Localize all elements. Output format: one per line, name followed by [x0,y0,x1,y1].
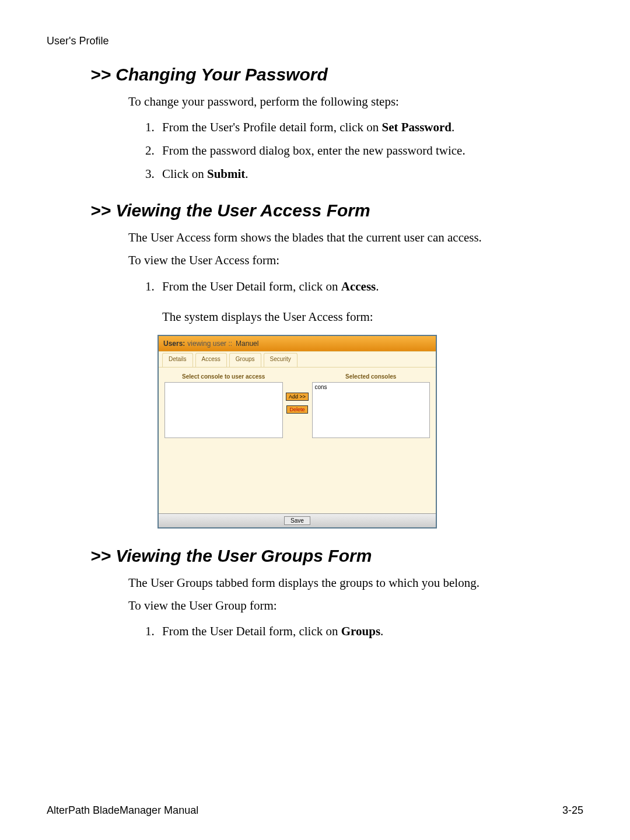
pw-step-1: From the User's Profile detail form, cli… [158,116,583,139]
tab-security[interactable]: Security [264,353,298,367]
tab-access[interactable]: Access [195,353,227,367]
save-button[interactable]: Save [284,516,310,525]
titlebar-main: Users: [163,340,185,348]
dual-list-labels: Select console to user access Selected c… [164,373,430,380]
tab-details[interactable]: Details [162,353,193,367]
titlebar-user: Manuel [236,340,258,348]
pw-step-3: Click on Submit. [158,163,583,186]
access-step-result: The system displays the User Access form… [162,306,583,329]
delete-button[interactable]: Delete [286,405,307,414]
access-step-1: From the User Detail form, click on Acce… [158,275,583,329]
label-selected: Selected consoles [312,373,430,380]
tab-content: Select console to user access Selected c… [159,367,436,513]
selected-consoles-list[interactable]: cons [312,382,430,438]
add-button[interactable]: Add >> [286,393,309,401]
window-titlebar: Users: viewing user :: Manuel [159,336,436,351]
footer-page-number: 3-25 [562,804,583,817]
titlebar-sub: viewing user :: [187,340,232,348]
heading-changing-password: >> Changing Your Password [90,65,583,85]
available-consoles-list[interactable] [164,382,283,438]
heading-user-access: >> Viewing the User Access Form [90,201,583,220]
pw-intro: To change your password, perform the fol… [128,93,583,110]
heading-user-groups: >> Viewing the User Groups Form [90,546,583,566]
user-access-window: Users: viewing user :: Manuel Details Ac… [158,335,437,528]
access-intro1: The User Access form shows the blades th… [128,229,583,246]
tabs-row: Details Access Groups Security [159,351,436,367]
tab-groups[interactable]: Groups [229,353,261,367]
page-header: User's Profile [47,35,583,47]
access-intro2: To view the User Access form: [128,252,583,269]
window-footer: Save [159,513,436,527]
groups-intro1: The User Groups tabbed form displays the… [128,575,583,592]
pw-step-2: From the password dialog box, enter the … [158,139,583,163]
page-footer: AlterPath BladeManager Manual 3-25 [47,804,583,817]
list-item[interactable]: cons [315,384,428,390]
dual-listbox: Add >> Delete cons [164,382,430,438]
groups-intro2: To view the User Group form: [128,597,583,614]
access-steps: From the User Detail form, click on Acce… [140,275,583,329]
pw-steps: From the User's Profile detail form, cli… [140,116,583,186]
footer-manual-name: AlterPath BladeManager Manual [47,804,198,817]
label-available: Select console to user access [164,373,283,380]
groups-step-1: From the User Detail form, click on Grou… [158,620,583,643]
groups-steps: From the User Detail form, click on Grou… [140,620,583,643]
